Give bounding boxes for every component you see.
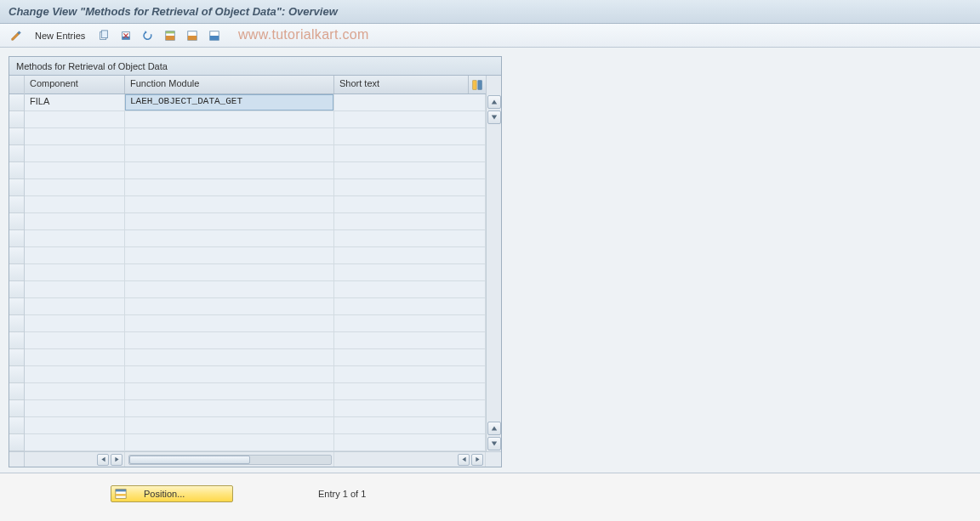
row-selector[interactable] [9, 179, 24, 196]
col-function-module[interactable]: Function Module [125, 76, 334, 93]
cell-component[interactable] [25, 111, 125, 127]
row-selector[interactable] [9, 281, 24, 298]
table-row[interactable] [25, 332, 486, 349]
cell-short-text[interactable] [334, 298, 486, 314]
row-selector[interactable] [9, 111, 24, 128]
cell-function-module[interactable] [125, 332, 334, 348]
cell-short-text[interactable] [334, 366, 486, 382]
table-row[interactable] [25, 298, 486, 315]
table-row[interactable] [25, 383, 486, 400]
scroll-up-button[interactable] [487, 95, 501, 109]
cell-function-module[interactable] [125, 417, 334, 433]
cell-short-text[interactable] [334, 247, 486, 263]
hscroll-right-1[interactable] [111, 454, 122, 466]
table-row[interactable] [25, 179, 486, 196]
cell-short-text[interactable] [334, 111, 486, 127]
row-selector[interactable] [9, 162, 24, 179]
row-selector[interactable] [9, 383, 24, 400]
cell-component[interactable] [25, 162, 125, 178]
table-row[interactable] [25, 162, 486, 179]
row-selector[interactable] [9, 434, 24, 451]
row-selector[interactable] [9, 213, 24, 230]
select-all-button[interactable] [161, 27, 179, 44]
cell-function-module[interactable] [125, 349, 334, 365]
cell-short-text[interactable] [334, 179, 486, 195]
cell-short-text[interactable] [334, 315, 486, 331]
cell-component[interactable] [25, 298, 125, 314]
table-row[interactable] [25, 434, 486, 451]
table-row[interactable]: FILALAEH_OBJECT_DATA_GET [25, 94, 486, 111]
row-selector[interactable] [9, 196, 24, 213]
table-row[interactable] [25, 417, 486, 434]
scroll-down-button-2[interactable] [487, 437, 501, 450]
row-selector[interactable] [9, 417, 24, 434]
cell-component[interactable] [25, 230, 125, 246]
cell-component[interactable] [25, 213, 125, 229]
cell-function-module[interactable] [125, 434, 334, 450]
table-row[interactable] [25, 315, 486, 332]
copy-as-button[interactable] [94, 27, 113, 44]
cell-function-module[interactable] [125, 111, 334, 127]
cell-component[interactable] [25, 383, 125, 399]
cell-function-module[interactable] [125, 213, 334, 229]
cell-short-text[interactable] [334, 94, 486, 110]
cell-component[interactable] [25, 128, 125, 144]
row-selector[interactable] [9, 366, 24, 383]
row-selector[interactable] [9, 315, 24, 332]
row-selector[interactable] [9, 145, 24, 162]
cell-component[interactable] [25, 315, 125, 331]
row-selector[interactable] [9, 298, 24, 315]
cell-component[interactable] [25, 247, 125, 263]
cell-component[interactable]: FILA [25, 94, 125, 110]
row-selector[interactable] [9, 230, 24, 247]
row-selector[interactable] [9, 264, 24, 281]
cell-function-module[interactable] [125, 264, 334, 280]
hscroll-right-2[interactable] [471, 454, 483, 466]
cell-component[interactable] [25, 400, 125, 416]
hscroll-thumb[interactable] [129, 456, 250, 464]
row-selector[interactable] [9, 349, 24, 366]
cell-component[interactable] [25, 434, 125, 450]
cell-short-text[interactable] [334, 162, 486, 178]
cell-short-text[interactable] [334, 264, 486, 280]
vertical-scrollbar[interactable] [486, 76, 501, 451]
cell-function-module[interactable] [125, 230, 334, 246]
table-row[interactable] [25, 366, 486, 383]
cell-short-text[interactable] [334, 128, 486, 144]
cell-short-text[interactable] [334, 349, 486, 365]
cell-function-module[interactable] [125, 247, 334, 263]
cell-component[interactable] [25, 196, 125, 212]
table-row[interactable] [25, 213, 486, 230]
cell-function-module[interactable] [125, 383, 334, 399]
position-button[interactable]: Position... [111, 485, 233, 502]
cell-function-module[interactable]: LAEH_OBJECT_DATA_GET [125, 94, 334, 110]
table-row[interactable] [25, 196, 486, 213]
cell-function-module[interactable] [125, 366, 334, 382]
hscroll-left-1[interactable] [97, 454, 109, 466]
new-entries-button[interactable]: New Entries [29, 27, 91, 44]
toggle-change-button[interactable] [7, 27, 26, 44]
cell-component[interactable] [25, 366, 125, 382]
cell-function-module[interactable] [125, 298, 334, 314]
cell-component[interactable] [25, 349, 125, 365]
cell-component[interactable] [25, 332, 125, 348]
row-selector[interactable] [9, 94, 24, 111]
col-component[interactable]: Component [25, 76, 125, 93]
cell-short-text[interactable] [334, 213, 486, 229]
table-row[interactable] [25, 400, 486, 417]
cell-function-module[interactable] [125, 162, 334, 178]
cell-function-module[interactable] [125, 315, 334, 331]
scroll-down-button[interactable] [487, 110, 501, 124]
deselect-all-button[interactable] [205, 27, 224, 44]
cell-component[interactable] [25, 281, 125, 297]
cell-function-module[interactable] [125, 128, 334, 144]
table-row[interactable] [25, 128, 486, 145]
cell-function-module[interactable] [125, 400, 334, 416]
cell-component[interactable] [25, 417, 125, 433]
table-row[interactable] [25, 349, 486, 366]
cell-component[interactable] [25, 179, 125, 195]
row-selector[interactable] [9, 400, 24, 417]
cell-short-text[interactable] [334, 230, 486, 246]
table-row[interactable] [25, 230, 486, 247]
cell-function-module[interactable] [125, 179, 334, 195]
